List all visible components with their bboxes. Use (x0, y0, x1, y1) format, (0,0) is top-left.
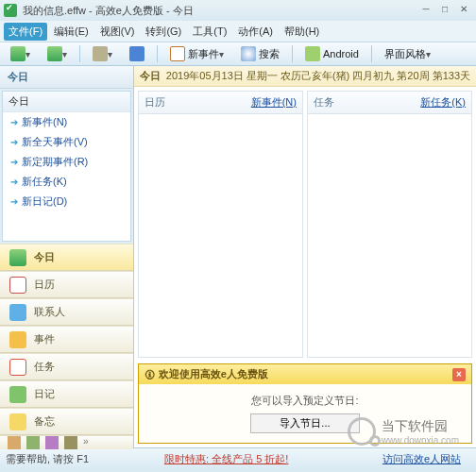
nav-calendar[interactable]: 日历 (0, 271, 133, 298)
print-button[interactable]: ▾ (86, 43, 119, 64)
quick-new-event[interactable]: ➔新事件(N) (3, 112, 130, 132)
calendar-body (139, 114, 302, 357)
diary-icon (9, 386, 26, 403)
menu-file[interactable]: 文件(F) (4, 23, 47, 41)
close-button[interactable]: ✕ (455, 4, 472, 17)
events-icon (9, 331, 26, 348)
home-icon (9, 249, 26, 266)
skin-label: 界面风格 (384, 47, 426, 61)
date-header: 今日 2019年05月13日 星期一 农历己亥年(猪) 四月初九 第20周 第1… (134, 66, 476, 87)
footer-icon-3[interactable] (45, 436, 59, 449)
sidebar-quick-panel: 今日 ➔新事件(N) ➔新全天事件(V) ➔新定期事件(R) ➔新任务(K) ➔… (2, 91, 131, 242)
calendar-column: 日历 新事件(N) (138, 91, 303, 358)
quick-new-diary[interactable]: ➔新日记(D) (3, 192, 130, 211)
footer-icon-4[interactable] (64, 436, 77, 449)
arrow-icon: ➔ (10, 157, 18, 167)
arrow-icon: ➔ (10, 196, 18, 207)
menu-edit[interactable]: 编辑(E) (49, 23, 94, 41)
arrow-icon: ➔ (10, 137, 18, 147)
footer-icon-2[interactable] (26, 436, 40, 449)
nav-events[interactable]: 事件 (0, 326, 133, 353)
footer-more[interactable]: » (83, 436, 96, 449)
calendar-icon (170, 46, 185, 61)
separator (157, 45, 158, 62)
menu-goto[interactable]: 转到(G) (141, 23, 186, 41)
nav-fwd-button[interactable]: ▾ (41, 43, 74, 64)
window-controls: ─ □ ✕ (417, 4, 472, 17)
separator (292, 45, 293, 62)
calendar-col-header: 日历 新事件(N) (139, 92, 302, 114)
arrow-right-icon (47, 46, 62, 61)
import-holidays-button[interactable]: 导入节日... (250, 413, 359, 433)
sidebar-footer-icons: » (0, 435, 133, 449)
window-title: 我的信息.effw - 高效e人免费版 - 今日 (23, 4, 194, 18)
nav-notes[interactable]: 备忘 (0, 408, 133, 435)
today-badge: 今日 (140, 69, 161, 83)
sidebar: 今日 今日 ➔新事件(N) ➔新全天事件(V) ➔新定期事件(R) ➔新任务(K… (0, 66, 134, 447)
status-help: 需要帮助, 请按 F1 (6, 452, 89, 466)
arrow-icon: ➔ (10, 117, 18, 127)
save-icon (129, 46, 144, 61)
task-column: 任务 新任务(K) (307, 91, 472, 358)
menu-help[interactable]: 帮助(H) (280, 23, 324, 41)
welcome-body: 您可以导入预定义节日: 导入节日... (139, 384, 471, 443)
android-label: Android (323, 48, 359, 59)
minimize-button[interactable]: ─ (417, 4, 434, 17)
quick-new-allday[interactable]: ➔新全天事件(V) (3, 132, 130, 152)
welcome-header: 🛈 欢迎使用高效e人免费版 × (139, 364, 471, 384)
notes-icon (9, 413, 26, 430)
titlebar: 我的信息.effw - 高效e人免费版 - 今日 ─ □ ✕ (0, 0, 476, 21)
footer-icon-1[interactable] (8, 436, 21, 449)
contacts-icon (9, 304, 26, 321)
welcome-close-icon[interactable]: × (452, 368, 466, 381)
search-button[interactable]: 搜索 (234, 43, 286, 64)
promo-link[interactable]: 限时特惠: 全线产品 5 折起! (164, 452, 288, 466)
tasks-icon (9, 359, 26, 376)
date-line: 2019年05月13日 星期一 农历己亥年(猪) 四月初九 第20周 第133天 (166, 69, 470, 83)
menu-action[interactable]: 动作(A) (233, 23, 278, 41)
nav-back-button[interactable]: ▾ (4, 43, 37, 64)
task-head: 任务 (308, 92, 390, 113)
toolbar: ▾ ▾ ▾ 新事件▾ 搜索 Android 界面风格▾ (0, 42, 476, 66)
separator (371, 45, 372, 62)
quick-new-recurring[interactable]: ➔新定期事件(R) (3, 152, 130, 172)
calendar-head: 日历 (139, 92, 221, 113)
android-icon (305, 46, 320, 61)
search-label: 搜索 (259, 47, 280, 61)
main-area: 今日 2019年05月13日 星期一 农历己亥年(猪) 四月初九 第20周 第1… (134, 66, 476, 447)
welcome-panel: 🛈 欢迎使用高效e人免费版 × 您可以导入预定义节日: 导入节日... (138, 363, 472, 444)
content: 今日 今日 ➔新事件(N) ➔新全天事件(V) ➔新定期事件(R) ➔新任务(K… (0, 66, 476, 447)
new-task-link[interactable]: 新任务(K) (389, 92, 471, 113)
task-col-header: 任务 新任务(K) (308, 92, 471, 114)
welcome-text: 您可以导入预定义节日: (148, 394, 462, 408)
new-event-label: 新事件 (188, 47, 219, 61)
separator (79, 45, 80, 62)
sidebar-header: 今日 (0, 66, 133, 89)
menu-view[interactable]: 视图(V) (95, 23, 140, 41)
search-icon (241, 46, 256, 61)
nav-today[interactable]: 今日 (0, 244, 133, 271)
nav-contacts[interactable]: 联系人 (0, 298, 133, 326)
site-link[interactable]: 访问高效e人网站 (382, 452, 461, 466)
printer-icon (93, 46, 108, 61)
arrow-icon: ➔ (10, 177, 18, 187)
nav-tasks[interactable]: 任务 (0, 353, 133, 380)
nav-diary[interactable]: 日记 (0, 380, 133, 408)
app-logo-icon (4, 4, 17, 17)
nav-list: 今日 日历 联系人 事件 任务 日记 备忘 (0, 244, 133, 435)
quick-new-task[interactable]: ➔新任务(K) (3, 172, 130, 192)
save-button[interactable] (123, 43, 151, 64)
columns: 日历 新事件(N) 任务 新任务(K) (134, 87, 476, 360)
android-button[interactable]: Android (298, 43, 366, 64)
maximize-button[interactable]: □ (436, 4, 453, 17)
skin-button[interactable]: 界面风格▾ (378, 44, 437, 64)
menubar: 文件(F) 编辑(E) 视图(V) 转到(G) 工具(T) 动作(A) 帮助(H… (0, 21, 476, 42)
task-body (308, 114, 471, 357)
statusbar: 需要帮助, 请按 F1 限时特惠: 全线产品 5 折起! 访问高效e人网站 (0, 447, 476, 470)
arrow-left-icon (10, 46, 26, 61)
menu-tools[interactable]: 工具(T) (188, 23, 231, 41)
new-event-button[interactable]: 新事件▾ (163, 43, 230, 64)
calendar-nav-icon (9, 277, 26, 294)
welcome-title: 欢迎使用高效e人免费版 (159, 367, 268, 381)
new-event-link[interactable]: 新事件(N) (220, 92, 302, 113)
